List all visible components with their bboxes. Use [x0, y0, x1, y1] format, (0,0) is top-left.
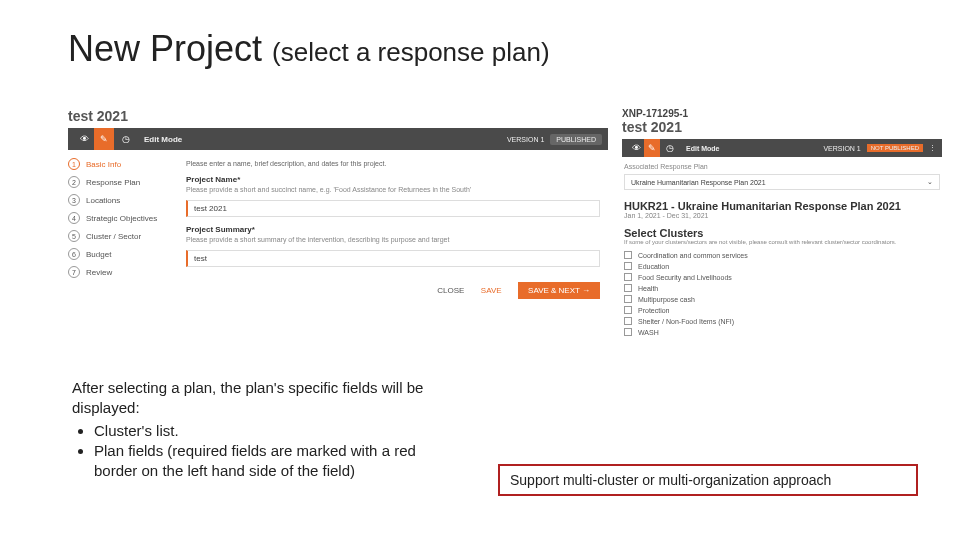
step-basic-info[interactable]: 1Basic Info — [68, 158, 178, 170]
project-code: XNP-171295-1 — [622, 108, 942, 119]
eye-icon[interactable]: 👁 — [74, 128, 94, 150]
cluster-checkbox[interactable]: Food Security and Livelihoods — [624, 273, 940, 281]
project-name-help: Please provide a short and succinct name… — [186, 186, 600, 193]
screenshot-right: XNP-171295-1 test 2021 👁 ✎ ◷ Edit Mode V… — [622, 108, 942, 345]
save-next-button[interactable]: SAVE & NEXT → — [518, 282, 600, 299]
toolbar-left: 👁 ✎ ◷ Edit Mode VERSION 1 PUBLISHED — [68, 128, 608, 150]
cluster-checkbox[interactable]: Protection — [624, 306, 940, 314]
title-sub: (select a response plan) — [272, 37, 549, 67]
cluster-list: Coordination and common services Educati… — [624, 251, 940, 336]
callout-box: Support multi-cluster or multi-organizat… — [498, 464, 918, 496]
step-cluster-sector[interactable]: 5Cluster / Sector — [68, 230, 178, 242]
cluster-checkbox[interactable]: WASH — [624, 328, 940, 336]
select-clusters-help: If some of your clusters/sectors are not… — [624, 239, 940, 245]
form-actions: CLOSE SAVE SAVE & NEXT → — [186, 279, 600, 299]
save-button[interactable]: SAVE — [481, 286, 502, 295]
toolbar-right: 👁 ✎ ◷ Edit Mode VERSION 1 NOT PUBLISHED … — [622, 139, 942, 157]
close-button[interactable]: CLOSE — [437, 286, 464, 295]
eye-icon[interactable]: 👁 — [628, 139, 644, 157]
assoc-plan-label: Associated Response Plan — [624, 163, 940, 170]
edit-mode-label: Edit Mode — [144, 135, 182, 144]
cluster-checkbox[interactable]: Coordination and common services — [624, 251, 940, 259]
cluster-checkbox[interactable]: Health — [624, 284, 940, 292]
callout-text: Support multi-cluster or multi-organizat… — [510, 472, 831, 488]
version-label: VERSION 1 — [823, 145, 860, 152]
project-name-input[interactable] — [186, 200, 600, 217]
edit-icon[interactable]: ✎ — [94, 128, 114, 150]
select-clusters-title: Select Clusters — [624, 227, 940, 239]
form-area: Please enter a name, brief description, … — [178, 154, 608, 305]
status-badge: PUBLISHED — [550, 134, 602, 145]
more-icon[interactable]: ⋮ — [929, 144, 936, 152]
project-name-label: Project Name* — [186, 175, 600, 184]
clock-icon[interactable]: ◷ — [662, 139, 678, 157]
step-strategic-objectives[interactable]: 4Strategic Objectives — [68, 212, 178, 224]
step-review[interactable]: 7Review — [68, 266, 178, 278]
plan-title: HUKR21 - Ukraine Humanitarian Response P… — [624, 200, 940, 212]
title-main: New Project — [68, 28, 262, 69]
edit-icon[interactable]: ✎ — [644, 139, 660, 157]
note-bullet: Cluster's list. — [94, 421, 432, 441]
dropdown-value: Ukraine Humanitarian Response Plan 2021 — [631, 179, 766, 186]
step-locations[interactable]: 3Locations — [68, 194, 178, 206]
status-badge: NOT PUBLISHED — [867, 144, 923, 152]
project-summary-help: Please provide a short summary of the in… — [186, 236, 600, 243]
version-label: VERSION 1 — [507, 136, 544, 143]
clock-icon[interactable]: ◷ — [116, 128, 136, 150]
cluster-checkbox[interactable]: Education — [624, 262, 940, 270]
instruction-text-left: After selecting a plan, the plan's speci… — [72, 378, 432, 481]
chevron-down-icon: ⌄ — [927, 178, 933, 186]
left-heading: test 2021 — [68, 108, 608, 124]
step-nav: 1Basic Info 2Response Plan 3Locations 4S… — [68, 154, 178, 305]
cluster-checkbox[interactable]: Shelter / Non-Food Items (NFI) — [624, 317, 940, 325]
screenshot-left: test 2021 👁 ✎ ◷ Edit Mode VERSION 1 PUBL… — [68, 108, 608, 305]
cluster-checkbox[interactable]: Multipurpose cash — [624, 295, 940, 303]
plan-date-range: Jan 1, 2021 - Dec 31, 2021 — [624, 212, 940, 219]
note-intro: After selecting a plan, the plan's speci… — [72, 379, 423, 416]
step-response-plan[interactable]: 2Response Plan — [68, 176, 178, 188]
project-summary-label: Project Summary* — [186, 225, 600, 234]
note-bullet: Plan fields (required fields are marked … — [94, 441, 432, 482]
edit-mode-label: Edit Mode — [686, 145, 719, 152]
right-heading: test 2021 — [622, 119, 942, 135]
slide-title: New Project (select a response plan) — [68, 28, 550, 70]
project-summary-input[interactable] — [186, 250, 600, 267]
response-plan-select[interactable]: Ukraine Humanitarian Response Plan 2021 … — [624, 174, 940, 190]
step-budget[interactable]: 6Budget — [68, 248, 178, 260]
form-intro: Please enter a name, brief description, … — [186, 160, 600, 167]
